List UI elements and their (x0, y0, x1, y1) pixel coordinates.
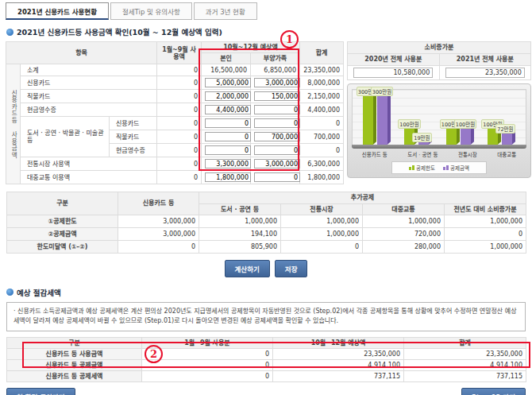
chart-bar-label: 100만원 (398, 119, 420, 129)
table-row-used-amount: 신용카드 등 사용금액 0 23,350,000 23,350,000 (7, 348, 526, 359)
back-to-home-button[interactable]: 첫 화면 돌아가기 (6, 388, 75, 395)
row-label: 소계 (21, 64, 157, 76)
chart-category-label: 신용카드 등 (362, 150, 387, 158)
col-item: 항목 (6, 42, 157, 64)
row-label: 대중교통 이용액 (21, 171, 157, 184)
consumption-increase-title: 소비증가분 (348, 42, 531, 54)
cash-self-input[interactable] (205, 105, 251, 114)
cash-dependents-input[interactable] (254, 105, 300, 114)
chart-bar-group: 100만원19만원 (404, 128, 432, 145)
table-row-deduction-limit: ①공제한도 3,000,000 1,000,000 1,000,000 1,00… (7, 215, 526, 227)
save-button[interactable]: 저장 (275, 260, 308, 277)
section1-title-text: 2021년 신용카드등 사용금액 확인(10월 ~ 12월 예상액 입력) (17, 26, 222, 37)
main-content-row: 항목 1월~9월 사용액 10월~12월 예상액 합계 본인 부양가족 신용카드… (6, 41, 532, 184)
row-label: 전통시장 사용액 (21, 157, 157, 171)
chart-category-label: 전통시장 (458, 150, 477, 158)
section1-title: 2021년 신용카드등 사용금액 확인(10월 ~ 12월 예상액 입력) (6, 26, 532, 37)
col-2021-total: 2021년 전체 사용분 (439, 54, 531, 66)
col-total: 합계 (404, 337, 526, 348)
chart-bar-group: 100만원72만원 (488, 128, 515, 145)
row-label: 현금영수증 (21, 103, 157, 117)
col-self: 본인 (202, 53, 251, 64)
market-self-input[interactable] (205, 159, 251, 168)
market-dependents-input[interactable] (254, 159, 300, 168)
row-label: ②공제금액 (7, 227, 118, 240)
col-total: 합계 (300, 42, 344, 64)
book-debit-self-input[interactable] (205, 132, 251, 141)
col-oct-dec-forecast: 10월~12월 예상액 (273, 337, 404, 348)
tab-tax-saving-tips[interactable]: 절세Tip 및 유의사항 (110, 2, 192, 20)
col-extra-deduction: 추가공제 (199, 192, 526, 203)
table-row-public-transit: 대중교통 이용액 0 1,800,000 (6, 171, 344, 184)
legend-purple-bar-icon (443, 165, 449, 170)
credit-dependents-input[interactable] (254, 78, 300, 87)
col-jan-sep-used: 1월~9월 사용분 (142, 337, 273, 348)
row-label: 신용카드 등 사용금액 (7, 348, 142, 359)
col-2020-total: 2020년 전체 사용분 (348, 54, 440, 66)
row-label: 신용카드 (21, 76, 157, 90)
table-row-deduction-tax: 신용카드 등 공제세액 0 737,115 737,115 (7, 371, 526, 382)
transit-dependents-input[interactable] (254, 172, 300, 182)
section2-title: 예상 절감세액 (6, 287, 532, 298)
chart-bar: 100만원 (461, 128, 474, 145)
tab-2021-card-usage[interactable]: 2021년 신용카드 사용현황 (6, 2, 109, 20)
deduction-chart: 300만원300만원100만원19만원100만원100만원100만원72만원 신… (347, 83, 531, 178)
table-row-limit-shortfall: 한도미달액 (①-②) 0 805,900 0 280,000 1,000,00… (7, 240, 526, 253)
row-label: 신용카드 (110, 117, 157, 130)
usage-group-label: 신용카드등 사용금액 (6, 64, 21, 184)
consumption-increase-table: 소비증가분 2020년 전체 사용분 2021년 전체 사용분 10,580,0… (347, 41, 531, 80)
deduction-table: 구분 신용카드 등 추가공제 도서 · 공연 등 전통시장 대중교통 전년도 대… (6, 192, 526, 253)
book-cash-self-input[interactable] (205, 145, 251, 155)
book-cash-dependents-input[interactable] (254, 145, 300, 155)
col-increase: 전년도 대비 소비증가분 (445, 203, 526, 215)
debit-dependents-input[interactable] (254, 91, 300, 101)
chart-bar-group: 300만원300만원 (363, 95, 391, 145)
table-row-traditional-market: 전통시장 사용액 0 6,300,000 (6, 157, 344, 171)
notice-box: · 신용카드 소득공제금액과 예상 공제세액은 계산 편의상 2020년도 지급… (6, 302, 526, 331)
col-market: 전통시장 (281, 203, 363, 215)
table-row-book-credit: 도서 · 공연 · 박물관 · 미술관 등 신용카드 0 0 (6, 117, 344, 130)
table-row-credit-card: 신용카드 0 8,000,000 (6, 76, 344, 90)
consumption-increase-panel: 소비증가분 2020년 전체 사용분 2021년 전체 사용분 10,580,0… (347, 41, 531, 178)
section-bullet-icon (6, 29, 13, 36)
section2-title-text: 예상 절감세액 (17, 287, 61, 298)
col-dependents: 부양가족 (251, 53, 300, 64)
credit-self-input[interactable] (205, 78, 251, 87)
chart-bar-label: 19만원 (412, 133, 431, 142)
debit-self-input[interactable] (205, 91, 251, 101)
table-row-cash-receipt: 현금영수증 0 4,400,000 (6, 103, 344, 117)
book-credit-dependents-input[interactable] (254, 118, 300, 128)
tab-past-3-years[interactable]: 과거 3년 현황 (194, 2, 257, 20)
chart-bar-label: 300만원 (371, 87, 393, 96)
chart-bar-label: 72만원 (495, 124, 515, 134)
footer-button-row: 첫 화면 돌아가기 Step 02 가기 (6, 388, 526, 395)
chart-bar: 300만원 (377, 95, 391, 145)
table-row-subtotal: 신용카드등 사용금액 소계 0 16,500,000 6,850,000 23,… (6, 64, 344, 76)
tab-bar: 2021년 신용카드 사용현황 절세Tip 및 유의사항 과거 3년 현황 (6, 2, 532, 20)
table-row-deduction-amount: 신용카드 등 공제금액 0 4,914,100 4,914,100 (7, 359, 526, 370)
step-02-button[interactable]: Step 02 가기 (461, 388, 526, 395)
summary-table: 구분 1월~9월 사용분 10월~12월 예상액 합계 신용카드 등 사용금액 … (6, 337, 526, 383)
book-credit-self-input[interactable] (205, 118, 251, 128)
calculate-button[interactable]: 계산하기 (225, 260, 270, 277)
chart-categories: 신용카드 등도서 · 공연 등전통시장대중교통 (352, 150, 526, 158)
chart-bar: 100만원 (446, 128, 460, 145)
col-book: 도서 · 공연 등 (199, 203, 281, 215)
chart-legend: 공제한도 공제금액 (391, 161, 487, 174)
col-card: 신용카드 등 (118, 192, 199, 215)
table-row-deduction-amount: ②공제금액 3,000,000 194,100 1,000,000 720,00… (7, 227, 526, 240)
chart-bar: 300만원 (363, 95, 376, 145)
table-row-debit-card: 직불카드 0 2,150,000 (6, 90, 344, 103)
book-debit-dependents-input[interactable] (254, 132, 300, 141)
row-label: 신용카드 등 공제세액 (7, 371, 142, 382)
transit-self-input[interactable] (205, 172, 251, 182)
chart-bar-group: 100만원100만원 (446, 128, 474, 145)
chart-bar: 72만원 (502, 133, 515, 145)
chart-category-label: 대중교통 (497, 150, 516, 158)
book-group-label: 도서 · 공연 · 박물관 · 미술관 등 (21, 117, 110, 157)
legend-limit-label: 공제한도 (416, 164, 435, 172)
col-gubun: 구분 (7, 337, 142, 348)
chart-floor (352, 145, 526, 149)
chart-category-label: 도서 · 공연 등 (407, 150, 438, 158)
usage-header-row1: 항목 1월~9월 사용액 10월~12월 예상액 합계 (6, 42, 344, 53)
